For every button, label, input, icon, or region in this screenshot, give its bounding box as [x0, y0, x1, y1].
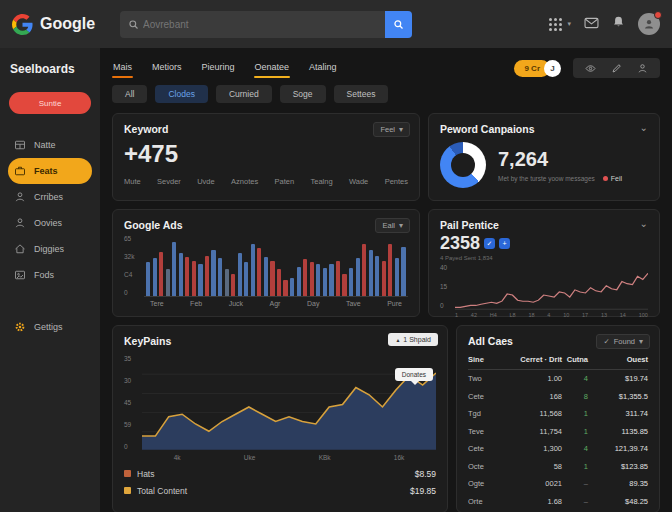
keyword-sublabel[interactable]: Tealng — [310, 177, 332, 186]
column-header[interactable]: Cerret · Drit — [504, 355, 562, 364]
bar — [198, 264, 202, 296]
table-cell: Cete — [468, 392, 504, 401]
table-row[interactable]: Cete1688$1,355.5 — [468, 388, 648, 406]
keyword-sublabel[interactable]: Aznotes — [231, 177, 258, 186]
keyword-sublabel[interactable]: Wade — [349, 177, 368, 186]
chevron-down-icon: ▾ — [567, 20, 571, 28]
table-row[interactable]: Two1.004$19.74 — [468, 370, 648, 388]
tab-oenatee[interactable]: Oenatee — [254, 59, 291, 78]
table-cell: 1.00 — [504, 374, 562, 383]
table-cell: 11,754 — [504, 427, 562, 436]
sidebar-item-oovies[interactable]: Oovies — [8, 210, 92, 236]
legend-swatch — [124, 470, 131, 477]
keyword-sublabel[interactable]: Sevder — [157, 177, 181, 186]
bar — [290, 278, 294, 296]
table-row[interactable]: Ogte0021–89.35 — [468, 475, 648, 493]
pill-clodes[interactable]: Clodes — [155, 85, 207, 103]
line-chart-y-axis: 40150 — [440, 264, 455, 310]
keyword-dropdown[interactable]: Feel ▾ — [373, 122, 410, 137]
up-caret-icon: ▲ — [395, 337, 400, 343]
bell-icon[interactable] — [612, 15, 625, 33]
bar — [218, 258, 222, 296]
person-icon[interactable] — [637, 63, 648, 74]
table-row[interactable]: Cete1,3004121,39.74 — [468, 440, 648, 458]
axis-tick: 18 — [528, 312, 534, 318]
bar — [362, 244, 366, 296]
tab-ataling[interactable]: Ataling — [308, 59, 338, 78]
keyword-sublabels: MuteSevderUvdeAznotesPatenTealngWadePent… — [124, 177, 408, 186]
bar — [283, 280, 287, 296]
tab-mais[interactable]: Mais — [112, 59, 133, 78]
notification-badge — [654, 11, 662, 19]
bar — [231, 274, 235, 296]
user-initial-avatar[interactable]: J — [544, 60, 561, 77]
home-icon — [14, 243, 26, 255]
column-header[interactable]: Cutna — [562, 355, 588, 364]
table-row[interactable]: Tgd11,5681311.74 — [468, 405, 648, 423]
card-title: Peword Canpaions — [440, 123, 648, 135]
bar — [375, 256, 379, 296]
pencil-icon[interactable] — [611, 63, 622, 74]
tab-metiors[interactable]: Metiors — [151, 59, 183, 78]
campaigns-value: 7,264 — [498, 148, 622, 171]
pail-subtext: 4 Payed Sent 1,834 — [440, 255, 648, 261]
table-row[interactable]: Octe581$123.85 — [468, 458, 648, 476]
sidebar-item-feats[interactable]: Feats — [8, 158, 92, 184]
table-row[interactable]: Orte1.68–$48.25 — [468, 493, 648, 511]
bar — [382, 261, 386, 296]
sidebar-item-crribes[interactable]: Crribes — [8, 184, 92, 210]
keyword-sublabel[interactable]: Pentes — [385, 177, 408, 186]
pill-settees[interactable]: Settees — [334, 85, 389, 103]
pill-all[interactable]: All — [112, 85, 147, 103]
dropdown-value: Feel — [380, 125, 395, 134]
axis-tick: 4k — [174, 454, 181, 461]
expand-button[interactable]: ▲ 1 Shpaid — [388, 333, 438, 346]
sidebar-item-settings[interactable]: Gettigs — [8, 314, 92, 340]
tab-pieuring[interactable]: Pieuring — [201, 59, 236, 78]
mail-icon[interactable] — [584, 15, 599, 33]
axis-tick: 32k — [124, 253, 144, 260]
table-cell: 1.68 — [504, 497, 562, 506]
sidebar-item-label: Oovies — [34, 218, 62, 228]
search-submit-button[interactable] — [385, 11, 412, 38]
search-bar[interactable] — [120, 11, 412, 38]
legend-value: $8.59 — [415, 469, 436, 479]
sidebar-item-fods[interactable]: Fods — [8, 262, 92, 288]
axis-tick: 35 — [124, 355, 142, 362]
sidebar-item-diggies[interactable]: Diggies — [8, 236, 92, 262]
table-cell: Octe — [468, 462, 504, 471]
table-cell: 4 — [562, 444, 588, 453]
apps-grid-icon[interactable] — [549, 18, 562, 31]
area-chart-x-axis: 4kUkeKBk16k — [142, 454, 436, 461]
axis-tick: Juck — [229, 300, 243, 307]
column-header[interactable]: Ouest — [588, 355, 648, 364]
keyword-sublabel[interactable]: Paten — [275, 177, 295, 186]
axis-tick: C4 — [124, 271, 144, 278]
table-filter-dropdown[interactable]: ✓ Found ▾ — [596, 334, 650, 349]
sidebar-primary-button[interactable]: Suntie — [9, 92, 91, 114]
eye-icon[interactable] — [585, 63, 596, 74]
area-chart-y-axis: 353045590 — [124, 355, 142, 451]
legend-row: Hats$8.59 — [124, 465, 436, 482]
line-chart-x-axis: 142H4L818410171314100 — [455, 312, 648, 318]
google-logo[interactable]: Google — [12, 14, 110, 35]
bar — [251, 244, 255, 296]
avatar[interactable] — [638, 13, 660, 35]
column-header[interactable]: Sine — [468, 355, 504, 364]
pill-soge[interactable]: Soge — [280, 85, 326, 103]
google-g-icon — [12, 14, 33, 35]
bar — [205, 256, 209, 296]
keyword-sublabel[interactable]: Uvde — [197, 177, 215, 186]
status-dot — [603, 176, 608, 181]
keyword-sublabel[interactable]: Mute — [124, 177, 141, 186]
ads-dropdown[interactable]: Eall ▾ — [375, 218, 410, 233]
table-row[interactable]: Teve11,75411135.85 — [468, 423, 648, 441]
axis-tick: Tere — [150, 300, 164, 307]
pill-curnied[interactable]: Curnied — [216, 85, 272, 103]
table-cell: 1 — [562, 427, 588, 436]
chevron-down-icon[interactable]: ⌄ — [640, 218, 648, 229]
sidebar-item-natte[interactable]: Natte — [8, 132, 92, 158]
chevron-down-icon[interactable]: ⌄ — [640, 122, 648, 133]
window-icon — [14, 139, 26, 151]
search-input[interactable] — [143, 19, 385, 30]
